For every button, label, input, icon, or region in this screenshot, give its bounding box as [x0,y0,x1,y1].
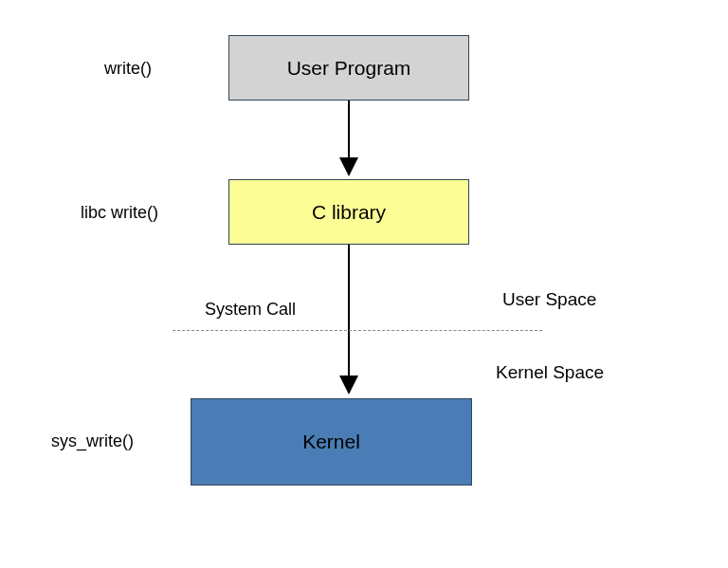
user-program-label: User Program [287,57,411,80]
c-library-label: C library [312,201,386,224]
kernel-space-label: Kernel Space [496,362,604,383]
arrow-user-to-lib [348,101,350,157]
arrow-lib-to-kernel [348,245,350,376]
system-call-label: System Call [205,300,296,320]
sys-write-label: sys_write() [51,431,134,451]
user-kernel-boundary [173,330,542,331]
user-space-label: User Space [502,289,596,310]
arrow-head-lib-to-kernel [339,376,358,394]
c-library-box: C library [228,179,469,245]
kernel-box: Kernel [191,398,472,486]
libc-write-label: libc write() [81,203,158,223]
kernel-label: Kernel [302,431,360,453]
user-program-box: User Program [228,35,469,101]
write-label: write() [104,59,152,79]
arrow-head-user-to-lib [339,157,358,176]
